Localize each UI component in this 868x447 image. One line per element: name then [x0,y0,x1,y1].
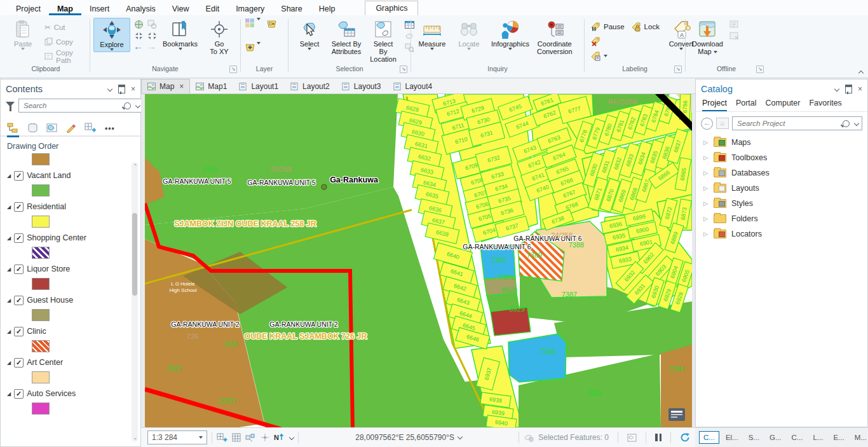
cut-button[interactable]: ✂Cut [43,20,85,34]
layer-checkbox[interactable]: ✓ [14,296,24,305]
layer-item-auto-services[interactable]: ◢✓Auto Services [7,387,138,400]
locate-button[interactable]: Locate [451,18,487,51]
dock-tab-5[interactable]: L... [809,432,827,443]
layer-item-shopping-center[interactable]: ◢✓Shopping Center [7,231,138,244]
layer-swatch[interactable] [32,309,50,321]
expand-icon[interactable]: ▷ [703,155,709,161]
layer-checkbox[interactable]: ✓ [14,202,24,212]
tab-graphics[interactable]: Graphics [365,1,418,15]
coordinate-conversion-button[interactable]: Coordinate Conversion [534,18,576,56]
scale-select[interactable]: 1:3 284 [147,430,207,444]
view-tab-Map[interactable]: Map× [141,79,190,93]
filter-icon[interactable] [6,102,15,107]
contents-search[interactable] [18,99,144,113]
scrollbar-thumb[interactable] [132,213,137,296]
layer-swatch[interactable] [32,371,50,383]
contents-scrollbar[interactable]: ⌃ ⌄ [132,162,138,442]
navigate-launcher-icon[interactable]: ↘ [229,65,237,73]
contents-menu-icon[interactable] [107,86,112,92]
measure-button[interactable]: Measure [414,18,450,51]
expand-icon[interactable]: ◢ [7,360,11,366]
layer-checkbox[interactable]: ✓ [14,171,24,181]
basemap-icon[interactable] [244,18,255,28]
catalog-menu-icon[interactable] [834,86,839,92]
layer-swatch[interactable] [32,247,50,259]
expand-icon[interactable]: ◢ [7,173,11,179]
close-tab-icon[interactable]: × [179,82,184,91]
catalog-close-icon[interactable]: × [858,85,862,93]
more-options-icon[interactable]: ••• [105,124,115,135]
zoom-selection-icon[interactable] [146,19,158,29]
dock-tab-6[interactable]: E... [829,432,848,443]
list-by-selection-icon[interactable] [46,123,57,135]
home-icon[interactable]: ⌂ [716,118,729,129]
labeling-launcher-icon[interactable]: ↘ [674,65,682,73]
catalog-item-layouts[interactable]: ▷Layouts [696,181,867,196]
layer-swatch[interactable] [32,184,50,196]
catalog-search-dropdown-icon[interactable] [854,121,859,126]
pan-sensitivity-icon[interactable] [261,433,269,442]
selection-launcher-icon[interactable]: ↘ [400,65,407,73]
expand-icon[interactable]: ◢ [7,298,11,303]
tab-edit[interactable]: Edit [198,2,228,15]
catalog-item-folders[interactable]: ▷Folders [696,211,867,226]
contents-pin-icon[interactable] [118,85,125,93]
catalog-item-toolboxes[interactable]: ▷Toolboxes [696,150,867,165]
dock-tab-7[interactable]: M... [851,432,868,443]
coordinates-readout[interactable]: 28,0097562°E 25,6055790°S [303,433,514,442]
layer-checkbox[interactable]: ✓ [14,265,24,274]
go-to-xy-button[interactable]: Go To XY [201,18,237,56]
dock-tab-4[interactable]: C... [788,432,807,443]
selection-tool-icon[interactable] [627,434,637,442]
sync-map-icon[interactable] [729,20,740,30]
expand-icon[interactable]: ▷ [703,170,709,176]
layer-swatch[interactable] [32,153,50,165]
catalog-item-databases[interactable]: ▷Databases [696,165,867,181]
expand-icon[interactable]: ◢ [7,204,11,210]
expand-icon[interactable]: ▷ [703,216,709,222]
pause-labeling-button[interactable]: Pause [589,20,626,33]
remove-map-icon[interactable] [729,31,740,41]
view-tab-Map1[interactable]: Map1 [190,79,233,93]
refresh-icon[interactable] [680,432,690,443]
tab-project[interactable]: Project [8,2,49,15]
tab-map[interactable]: Map [49,2,81,15]
catalog-search-input[interactable] [736,119,843,128]
tab-view[interactable]: View [164,2,198,15]
full-extent-icon[interactable] [133,19,144,29]
list-by-drawing-order-icon[interactable] [7,123,19,137]
explore-button[interactable]: Explore [93,18,130,52]
layer-item-liquor-store[interactable]: ◢✓Liquor Store [7,263,138,275]
tab-help[interactable]: Help [311,2,344,15]
fixed-zoom-out-icon[interactable] [146,31,158,41]
select-button[interactable]: Select [292,18,327,51]
offline-launcher-icon[interactable]: ↘ [756,65,764,73]
view-tab-Layout1[interactable]: Layout1 [233,79,285,93]
grid-icon[interactable] [232,433,241,442]
layer-checkbox[interactable]: ✓ [14,358,24,368]
select-by-attributes-button[interactable]: Select By Attributes [329,18,364,56]
fixed-zoom-in-icon[interactable] [133,31,144,41]
catalog-tab-portal[interactable]: Portal [736,99,757,111]
search-dropdown-icon[interactable] [135,103,140,108]
contents-close-icon[interactable]: × [131,85,135,93]
layer-swatch[interactable] [32,216,50,228]
paste-button[interactable]: Paste [5,18,41,51]
catalog-item-locators[interactable]: ▷Locators [696,226,867,242]
view-tab-Layout2[interactable]: Layout2 [285,79,336,93]
next-extent-icon[interactable]: → [147,42,156,51]
catalog-item-styles[interactable]: ▷Styles [696,196,867,211]
pause-drawing-icon[interactable] [655,434,661,441]
map-canvas[interactable]: 6628662966306631663266336634663566366637… [145,94,692,427]
layer-checkbox[interactable]: ✓ [14,389,24,399]
list-by-snapping-icon[interactable] [85,123,97,135]
add-data-icon[interactable] [244,42,255,52]
clear-labels-button[interactable] [589,34,626,48]
expand-icon[interactable]: ◢ [7,329,11,334]
north-dropdown-icon[interactable] [289,435,294,440]
lock-labels-button[interactable]: Lock [630,20,661,33]
add-grid-icon[interactable] [217,433,227,442]
download-map-button[interactable]: Download Map [689,18,726,56]
expand-icon[interactable]: ◢ [7,391,11,397]
catalog-tab-favorites[interactable]: Favorites [809,99,841,111]
